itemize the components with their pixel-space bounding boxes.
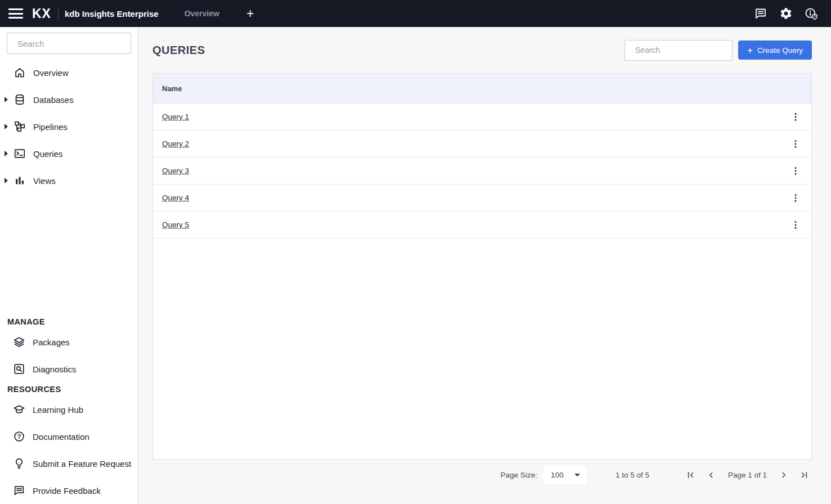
page-size-select[interactable]: 100	[543, 466, 587, 484]
feedback-icon[interactable]	[753, 6, 768, 21]
row-menu-kebab-icon[interactable]	[788, 163, 803, 179]
expand-caret-icon[interactable]	[0, 97, 12, 102]
pipeline-icon	[12, 120, 27, 133]
database-icon	[12, 93, 27, 106]
table-row: Query 5	[153, 212, 811, 238]
page-title: QUERIES	[152, 44, 205, 57]
settings-gear-icon[interactable]	[779, 6, 793, 21]
previous-page-button[interactable]	[703, 467, 719, 483]
page-indicator: Page 1 of 1	[728, 471, 767, 479]
queries-search-input[interactable]	[635, 46, 737, 55]
page-size-label: Page Size:	[501, 471, 537, 479]
chevron-down-icon	[574, 474, 580, 476]
pagination-bar: Page Size: 100 1 to 5 of 5 Page 1 of 1	[152, 461, 812, 488]
sidebar-item-diagnostics[interactable]: Diagnostics	[0, 356, 138, 382]
lightbulb-icon	[12, 457, 26, 470]
top-bar: KX kdb Insights Enterprise Overview + 0	[0, 0, 831, 27]
column-header-name[interactable]: Name	[162, 84, 182, 93]
sidebar-item-learning-hub[interactable]: Learning Hub	[0, 396, 138, 423]
expand-caret-icon[interactable]	[0, 151, 12, 156]
add-tab-button[interactable]: +	[246, 7, 254, 20]
table-row: Query 3	[153, 158, 811, 184]
row-menu-kebab-icon[interactable]	[788, 190, 803, 206]
row-range-text: 1 to 5 of 5	[616, 471, 649, 479]
last-page-button[interactable]	[796, 467, 812, 483]
page-header: QUERIES + Create Query	[139, 27, 831, 73]
sidebar: Overview Databases Pipelines Queries	[0, 27, 138, 504]
terminal-icon	[12, 147, 27, 160]
row-menu-kebab-icon[interactable]	[788, 136, 803, 152]
sidebar-item-databases[interactable]: Databases	[0, 86, 138, 113]
tab-overview[interactable]: Overview	[185, 9, 219, 18]
queries-search[interactable]	[625, 40, 733, 61]
graduation-cap-icon	[12, 403, 26, 416]
info-shield-icon[interactable]: 0	[804, 6, 819, 21]
sidebar-item-pipelines[interactable]: Pipelines	[0, 113, 138, 140]
home-icon	[12, 66, 27, 79]
main-content: QUERIES + Create Query Name Query 1 Quer…	[139, 27, 831, 504]
query-link[interactable]: Query 3	[162, 166, 189, 175]
sidebar-item-packages[interactable]: Packages	[0, 328, 138, 356]
bar-chart-icon	[12, 174, 27, 187]
sidebar-item-overview[interactable]: Overview	[0, 59, 138, 86]
first-page-button[interactable]	[683, 467, 699, 483]
divider	[58, 7, 59, 20]
sidebar-search[interactable]	[7, 33, 131, 54]
sidebar-item-documentation[interactable]: ? Documentation	[0, 423, 138, 450]
expand-caret-icon[interactable]	[0, 124, 12, 129]
app-title: kdb Insights Enterprise	[65, 9, 159, 19]
table-header-row: Name	[153, 74, 811, 104]
feedback-icon	[12, 484, 26, 497]
sidebar-item-queries[interactable]: Queries	[0, 140, 138, 167]
sidebar-item-views[interactable]: Views	[0, 167, 138, 194]
question-circle-icon: ?	[12, 430, 26, 443]
table-row: Query 4	[153, 184, 811, 212]
sidebar-item-feature-request[interactable]: Submit a Feature Request	[0, 450, 138, 477]
hamburger-menu-icon[interactable]	[8, 8, 23, 19]
expand-caret-icon[interactable]	[0, 178, 12, 183]
plus-icon: +	[747, 46, 753, 55]
sidebar-item-provide-feedback[interactable]: Provide Feedback	[0, 477, 138, 504]
manage-section-label: MANAGE	[0, 315, 138, 328]
row-menu-kebab-icon[interactable]	[788, 109, 803, 125]
queries-table: Name Query 1 Query 2 Query 3 Query 4 Que…	[152, 73, 812, 460]
sidebar-search-input[interactable]	[17, 39, 129, 48]
layers-icon	[12, 336, 26, 348]
table-row: Query 1	[153, 104, 811, 130]
table-row: Query 2	[153, 130, 811, 158]
sidebar-nav: Overview Databases Pipelines Queries	[0, 59, 138, 194]
resources-section-label: RESOURCES	[0, 382, 138, 396]
create-query-button[interactable]: + Create Query	[738, 40, 812, 60]
query-link[interactable]: Query 5	[162, 220, 189, 229]
row-menu-kebab-icon[interactable]	[788, 217, 803, 233]
svg-text:?: ?	[17, 433, 21, 440]
query-link[interactable]: Query 1	[162, 112, 189, 121]
query-link[interactable]: Query 2	[162, 140, 189, 148]
diagnostics-icon	[12, 363, 26, 375]
query-link[interactable]: Query 4	[162, 194, 189, 202]
kx-logo: KX	[32, 6, 51, 21]
next-page-button[interactable]	[776, 467, 792, 483]
svg-text:0: 0	[814, 14, 816, 18]
